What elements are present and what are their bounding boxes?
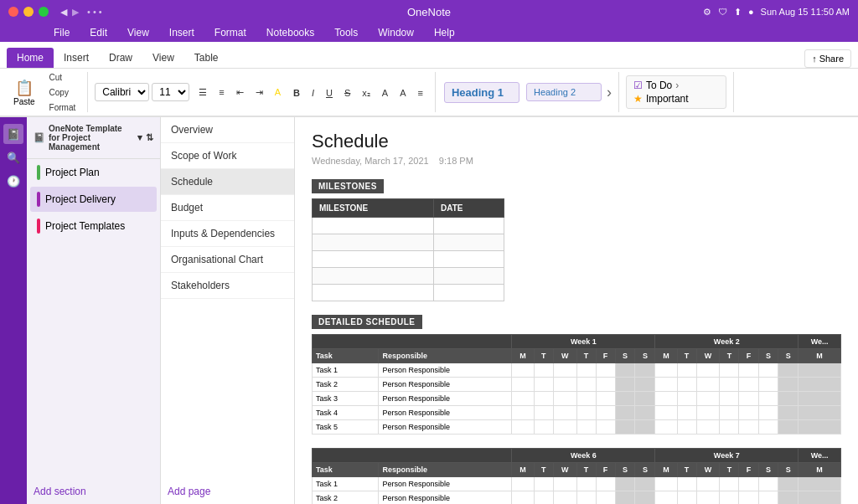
day-cell[interactable] [799,363,841,378]
day-cell[interactable] [696,363,720,378]
menu-notebooks[interactable]: Notebooks [263,25,318,40]
day-cell[interactable] [576,392,596,406]
menu-format[interactable]: Format [211,25,250,40]
tab-table[interactable]: Table [184,48,229,68]
day-cell[interactable] [534,406,553,420]
day-cell[interactable] [635,406,655,420]
history-btn[interactable]: • • • [87,7,102,17]
day-cell[interactable] [553,477,576,491]
responsible-cell[interactable]: Person Responsible [379,491,512,505]
day-cell[interactable] [720,477,739,491]
day-cell[interactable] [696,477,720,491]
day-cell[interactable] [576,406,596,420]
day-cell[interactable] [512,406,534,420]
menu-tools[interactable]: Tools [331,25,361,40]
day-cell[interactable] [696,406,720,420]
bold-button[interactable]: B [288,85,305,101]
day-cell[interactable] [553,378,576,392]
subscript-button[interactable]: x₂ [357,85,375,101]
page-overview[interactable]: Overview [161,117,294,143]
font-color-btn[interactable]: A [395,85,411,101]
sidebar-item-project-delivery[interactable]: Project Delivery [30,187,157,212]
menu-window[interactable]: Window [375,25,417,40]
day-cell[interactable] [677,392,696,406]
page-inputs-dependencies[interactable]: Inputs & Dependencies [161,221,294,247]
day-cell[interactable] [739,491,758,505]
cell[interactable] [313,234,434,251]
day-cell[interactable] [778,477,799,491]
task-cell[interactable]: Task 4 [313,406,379,420]
day-cell[interactable] [655,378,677,392]
day-cell[interactable] [799,477,841,491]
day-cell[interactable] [576,477,596,491]
heading2-style[interactable]: Heading 2 [526,83,602,101]
share-button[interactable]: ↑ Share [804,49,851,68]
day-cell[interactable] [720,363,739,378]
day-cell[interactable] [655,477,677,491]
day-cell[interactable] [596,363,615,378]
day-cell[interactable] [596,406,615,420]
task-cell[interactable]: Task 3 [313,392,379,406]
day-cell[interactable] [615,378,635,392]
notebook-chevron[interactable]: ▾ [137,132,142,143]
cut-button[interactable]: Cut [44,70,81,85]
task-cell[interactable]: Task 1 [313,477,379,491]
day-cell[interactable] [720,392,739,406]
day-cell[interactable] [778,378,799,392]
day-cell[interactable] [615,477,635,491]
cell[interactable] [434,285,504,301]
cell[interactable] [434,234,504,251]
cell[interactable] [434,268,504,285]
italic-button[interactable]: I [307,85,319,101]
day-cell[interactable] [799,406,841,420]
day-cell[interactable] [739,420,758,435]
day-cell[interactable] [696,378,720,392]
day-cell[interactable] [576,363,596,378]
day-cell[interactable] [635,392,655,406]
day-cell[interactable] [576,420,596,435]
todo-expand[interactable]: › [675,80,679,91]
day-cell[interactable] [512,378,534,392]
todo-tag[interactable]: ☑ To Do › ★ Important [626,75,726,109]
day-cell[interactable] [720,406,739,420]
day-cell[interactable] [655,406,677,420]
day-cell[interactable] [739,392,758,406]
styles-expand[interactable]: › [607,84,612,101]
list-btn2[interactable]: ≡ [214,85,229,100]
day-cell[interactable] [635,491,655,505]
font-selector[interactable]: Calibri [95,83,149,101]
indent-increase[interactable]: ⇥ [251,85,268,100]
day-cell[interactable] [739,477,758,491]
search-icon-btn[interactable]: 🔍 [3,147,23,167]
strikethrough-button[interactable]: S [339,85,355,101]
task-cell[interactable]: Task 5 [313,420,379,435]
day-cell[interactable] [534,392,553,406]
day-cell[interactable] [677,406,696,420]
responsible-cell[interactable]: Person Responsible [379,420,512,435]
day-cell[interactable] [778,491,799,505]
day-cell[interactable] [778,363,799,378]
gear-icon[interactable]: ⚙ [703,7,711,18]
day-cell[interactable] [758,477,778,491]
day-cell[interactable] [677,420,696,435]
day-cell[interactable] [576,378,596,392]
page-schedule[interactable]: Schedule [161,169,294,195]
day-cell[interactable] [655,491,677,505]
day-cell[interactable] [615,392,635,406]
day-cell[interactable] [758,406,778,420]
day-cell[interactable] [635,378,655,392]
highlight-btn[interactable]: A [270,85,286,100]
responsible-cell[interactable]: Person Responsible [379,378,512,392]
day-cell[interactable] [758,420,778,435]
font-size-selector[interactable]: 11 [152,83,189,101]
day-cell[interactable] [778,392,799,406]
page-budget[interactable]: Budget [161,195,294,221]
tab-view[interactable]: View [142,48,184,68]
day-cell[interactable] [655,420,677,435]
notebook-icon-btn[interactable]: 📓 [3,124,23,144]
day-cell[interactable] [596,420,615,435]
day-cell[interactable] [615,363,635,378]
day-cell[interactable] [778,406,799,420]
day-cell[interactable] [758,491,778,505]
day-cell[interactable] [720,378,739,392]
